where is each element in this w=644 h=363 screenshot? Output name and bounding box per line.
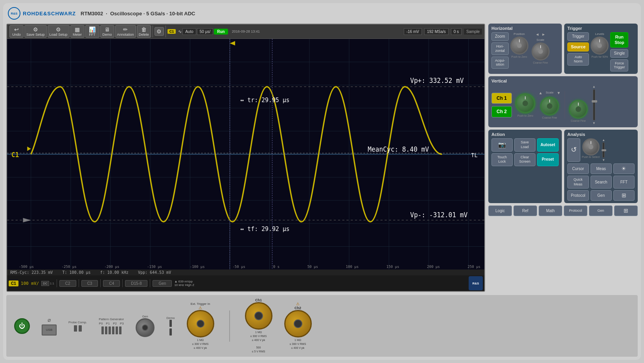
horiz-trigger-row: Horizontal Zoom Hori- zontal Acqui- siti… <box>488 24 638 74</box>
demo-button[interactable]: 🖥 Demo <box>100 25 114 38</box>
gen-connector-group: Gen <box>136 315 155 337</box>
position-label: Position <box>513 32 524 36</box>
save-load-button[interactable]: Save Load <box>514 138 535 151</box>
demo-label: Demo <box>166 316 175 320</box>
intensity-button[interactable]: ☀ <box>613 163 635 174</box>
ch2-front-label: Ch2 <box>294 306 301 310</box>
source-button[interactable]: Source <box>567 42 589 51</box>
quick-meas-button[interactable]: Quick Meas <box>567 176 589 189</box>
power-button[interactable]: ⏻ <box>14 318 30 334</box>
probe-comp-area: Probe Comp. <box>68 321 87 332</box>
svg-text:C1: C1 <box>11 151 19 158</box>
ch2-button[interactable]: C2 <box>59 280 76 287</box>
camera-button[interactable]: 📷 <box>491 138 513 151</box>
action-title: Action <box>491 132 559 137</box>
auto-norm-button[interactable]: Auto Norm <box>567 53 589 66</box>
position-knob[interactable] <box>510 37 528 55</box>
gen-front-label: Gen <box>142 315 148 318</box>
trigger-panel: Trigger Trigger Source Auto Norm Levels <box>564 24 638 74</box>
sample-rate: 192 MSa/s <box>424 28 449 35</box>
acq-mode: Sample <box>464 29 482 35</box>
push-zero-vert: Push to Zero <box>517 114 533 117</box>
analysis-knob[interactable] <box>582 138 600 156</box>
grid-bottom-button[interactable]: ⊞ <box>614 205 638 216</box>
pin-extra <box>116 326 118 334</box>
ch1-vert-knob[interactable] <box>515 93 535 114</box>
meter-button[interactable]: ▦ Meter <box>70 25 85 38</box>
save-setup-button[interactable]: ⚙ Save Setup <box>24 25 47 38</box>
ch2-vert-button[interactable]: Ch 2 <box>491 106 512 117</box>
ch2-scale-knob[interactable] <box>569 100 588 119</box>
screen-container: ↩ Undo ⚙ Save Setup ⚙ Load Setup ▦ Meter… <box>6 24 485 292</box>
channel-badge: C1 <box>167 29 176 34</box>
ext-warning-icon: ⚠ <box>199 306 202 310</box>
trigger-button[interactable]: Trigger <box>567 32 589 41</box>
autoset-button[interactable]: Autoset <box>537 138 559 151</box>
annotation-button[interactable]: ✏ Annotation <box>115 25 136 38</box>
horizontal-button[interactable]: Hori- zontal <box>491 42 509 55</box>
run-stop-button[interactable]: Run Stop <box>610 32 628 48</box>
ch3-button[interactable]: C3 <box>81 280 98 287</box>
load-setup-button[interactable]: ⚙ Load Setup <box>48 25 70 38</box>
undo-button[interactable]: ↩ Undo <box>9 25 24 38</box>
grid-button[interactable]: ⊞ <box>613 190 635 201</box>
delete-button[interactable]: 🗑 Delete <box>137 25 151 38</box>
fft-analysis-button[interactable]: FFT <box>613 176 635 189</box>
pin-p1 <box>105 326 107 334</box>
force-trigger-button[interactable]: Force Trigger <box>610 59 628 72</box>
pattern-pins <box>101 326 121 334</box>
protocol-bottom-button[interactable]: Protocol <box>564 205 587 216</box>
rms-cyc: RMS-Cyc: 223.35 mV <box>10 270 53 275</box>
refresh-button[interactable]: ↺ <box>567 138 580 162</box>
ch1-vert-button[interactable]: Ch 1 <box>491 93 512 104</box>
pin-p3 <box>112 326 114 334</box>
toolbar: ↩ Undo ⚙ Save Setup ⚙ Load Setup ▦ Meter… <box>7 24 484 39</box>
period: T: 100.00 µs <box>62 270 90 275</box>
horiz-arrow-left: ◄ <box>535 32 539 37</box>
d15-8-button[interactable]: D15-8 <box>125 280 147 287</box>
meas-button[interactable]: Meas <box>591 163 612 174</box>
gen-ch-button[interactable]: Gen <box>153 280 172 287</box>
clear-screen-button[interactable]: Clear Screen <box>514 153 535 166</box>
pin-extra2 <box>119 326 121 334</box>
touch-lock-button[interactable]: Touch Lock <box>491 153 513 166</box>
coarse-fine-horiz: Coarse Fine <box>533 61 548 64</box>
gen-bottom-button[interactable]: Gen <box>589 205 613 216</box>
ch1-button[interactable]: C1 <box>9 280 18 286</box>
ext-trigger-label: Ext. Trigger In <box>191 302 210 306</box>
preset-button[interactable]: Preset <box>537 153 559 166</box>
toolbar-divider <box>153 26 153 37</box>
ch1-scale-knob[interactable] <box>540 97 559 116</box>
ref-button[interactable]: Ref <box>513 205 537 216</box>
trigger-mode: Auto <box>182 28 196 35</box>
cursor-button[interactable]: Cursor <box>567 163 589 174</box>
time-axis: -500 µs -250 µs -200 µs -150 µs -100 µs … <box>19 265 480 269</box>
vert-scale-down: ▼ <box>592 121 596 125</box>
gen-analysis-button[interactable]: Gen <box>591 190 612 201</box>
math-button[interactable]: Math <box>539 205 562 216</box>
single-button[interactable]: Single <box>610 49 628 58</box>
search-button[interactable]: Search <box>591 176 612 189</box>
waveform-icon: ∿ <box>178 29 182 34</box>
vpp: Vpp: 644.53 mV <box>138 270 171 275</box>
osc-screen: 400 mV 300 mV 200 mV 100 mV 0 V -100 mV … <box>7 39 484 270</box>
gen-info: ▲ 639 mVpp 10 kHz High Z <box>174 280 194 287</box>
horizontal-title: Horizontal <box>491 26 559 31</box>
logic-button[interactable]: Logic <box>488 205 512 216</box>
zoom-button[interactable]: Zoom <box>491 32 509 41</box>
scale-label-vert: Scale <box>546 91 554 95</box>
ch1-spec: 1 MΩ≤ 300 V RMS≤ 400 V pk500≤ 5 V RMS <box>250 330 267 354</box>
logo-area: R&S ROHDE&SCHWARZ <box>8 7 76 20</box>
ch1-front-label: Ch1 <box>255 298 262 302</box>
settings-button[interactable]: ⚙ <box>155 27 164 36</box>
acquisition-button[interactable]: Acqui- sition <box>491 57 509 69</box>
ch4-button[interactable]: C4 <box>103 280 120 287</box>
protocol-button[interactable]: Protocol <box>567 190 589 201</box>
probe-terminal-2 <box>79 325 82 332</box>
front-panel: ⏻ ⌀ USB Probe Comp. Pattern Generator P0… <box>6 295 638 357</box>
fft-button[interactable]: 📊 FFT <box>85 25 99 38</box>
scale-knob[interactable] <box>532 42 550 60</box>
levels-knob[interactable] <box>591 37 609 55</box>
vertical-title: Vertical <box>491 79 635 83</box>
right-panel: Horizontal Zoom Hori- zontal Acqui- siti… <box>488 24 638 292</box>
